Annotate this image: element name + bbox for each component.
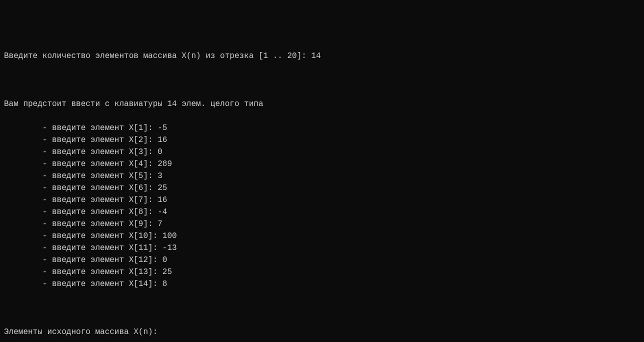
element-label: - введите элемент X[3]: [4, 148, 158, 156]
prompt-count-line: Введите количество элементов массива X(n… [4, 50, 640, 62]
element-input-line: - введите элемент X[11]: -13 [4, 242, 640, 254]
element-input-line: - введите элемент X[4]: 289 [4, 158, 640, 170]
element-input-line: - введите элемент X[2]: 16 [4, 134, 640, 146]
element-value: 3 [158, 172, 162, 180]
element-label: - введите элемент X[2]: [4, 136, 158, 144]
section-x-header: Элементы исходного массива X(n): [4, 326, 640, 338]
element-input-line: - введите элемент X[9]: 7 [4, 218, 640, 230]
element-input-line: - введите элемент X[13]: 25 [4, 266, 640, 278]
element-value: -4 [158, 208, 167, 216]
blank-line [4, 302, 640, 314]
element-value: 289 [158, 160, 172, 168]
element-input-line: - введите элемент X[1]: -5 [4, 122, 640, 134]
element-value: -5 [158, 124, 167, 132]
element-value: 0 [158, 148, 162, 156]
element-value: 8 [162, 280, 168, 288]
element-value: 16 [158, 136, 167, 144]
element-label: - введите элемент X[4]: [4, 160, 158, 168]
element-value: 100 [162, 232, 177, 240]
element-input-line: - введите элемент X[5]: 3 [4, 170, 640, 182]
element-value: 25 [158, 184, 167, 192]
element-value: 16 [158, 196, 167, 204]
element-label: - введите элемент X[14]: [4, 280, 162, 288]
element-value: 25 [162, 268, 172, 276]
element-value: 7 [158, 220, 162, 228]
element-label: - введите элемент X[9]: [4, 220, 158, 228]
element-input-line: - введите элемент X[6]: 25 [4, 182, 640, 194]
elements-list: - введите элемент X[1]: -5 - введите эле… [4, 122, 640, 290]
blank-line [4, 74, 640, 86]
element-value: -13 [162, 244, 177, 252]
element-value: 0 [162, 256, 168, 264]
element-label: - введите элемент X[8]: [4, 208, 158, 216]
prompt-count-value: 14 [312, 52, 321, 60]
element-label: - введите элемент X[6]: [4, 184, 158, 192]
element-input-line: - введите элемент X[8]: -4 [4, 206, 640, 218]
element-label: - введите элемент X[7]: [4, 196, 158, 204]
element-label: - введите элемент X[11]: [4, 244, 162, 252]
input-header: Вам предстоит ввести с клавиатуры 14 эле… [4, 98, 640, 110]
element-label: - введите элемент X[5]: [4, 172, 158, 180]
element-label: - введите элемент X[10]: [4, 232, 162, 240]
element-label: - введите элемент X[1]: [4, 124, 158, 132]
element-input-line: - введите элемент X[12]: 0 [4, 254, 640, 266]
element-label: - введите элемент X[12]: [4, 256, 162, 264]
element-input-line: - введите элемент X[7]: 16 [4, 194, 640, 206]
element-label: - введите элемент X[13]: [4, 268, 162, 276]
element-input-line: - введите элемент X[3]: 0 [4, 146, 640, 158]
prompt-count-label: Введите количество элементов массива X(n… [4, 52, 312, 60]
element-input-line: - введите элемент X[14]: 8 [4, 278, 640, 290]
element-input-line: - введите элемент X[10]: 100 [4, 230, 640, 242]
